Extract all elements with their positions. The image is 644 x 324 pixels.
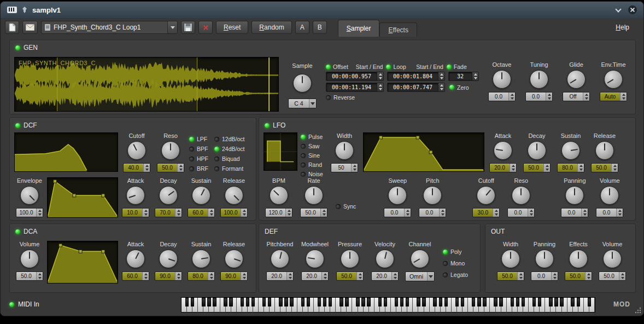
piano-key-black[interactable] bbox=[307, 298, 310, 306]
led-item-noise[interactable]: Noise bbox=[301, 171, 326, 177]
piano-key-black[interactable] bbox=[516, 298, 519, 306]
offset-end-field[interactable]: 00:00:11.194 bbox=[326, 83, 384, 92]
spin-arrows[interactable] bbox=[356, 272, 363, 280]
pitchbend-knob[interactable] bbox=[271, 250, 289, 268]
spin-up-icon[interactable] bbox=[143, 272, 149, 276]
swap-b-button[interactable]: B bbox=[313, 21, 327, 34]
pitchbend-value[interactable]: 20.0 bbox=[266, 271, 294, 281]
reso-value[interactable]: 50.0 bbox=[157, 163, 184, 172]
cutoff-value[interactable]: 40.0 bbox=[123, 163, 150, 172]
attack-knob[interactable] bbox=[126, 250, 145, 268]
attack-knob[interactable] bbox=[494, 141, 512, 160]
spin-down-icon[interactable] bbox=[392, 276, 398, 281]
rand-led[interactable] bbox=[301, 163, 306, 167]
spin-down-icon[interactable] bbox=[586, 276, 592, 281]
volume-value[interactable]: 50.0 bbox=[16, 271, 43, 281]
titlebar[interactable]: samplv1 bbox=[1, 2, 643, 18]
spin-up-icon[interactable] bbox=[175, 209, 182, 213]
decay-knob[interactable] bbox=[159, 186, 178, 205]
env-time-value[interactable]: Auto bbox=[600, 92, 627, 101]
spin-up-icon[interactable] bbox=[438, 72, 444, 77]
reso-knob[interactable] bbox=[512, 186, 530, 205]
spin-arrows[interactable] bbox=[285, 209, 292, 217]
piano-key-black[interactable] bbox=[318, 298, 321, 306]
spin-arrows[interactable] bbox=[143, 164, 150, 172]
effects-value[interactable]: 50.0 bbox=[565, 271, 592, 281]
spin-up-icon[interactable] bbox=[143, 209, 149, 213]
decay-value[interactable]: 90.0 bbox=[155, 271, 182, 281]
octave-value[interactable]: 0.0 bbox=[488, 92, 516, 101]
spin-up-icon[interactable] bbox=[578, 164, 584, 168]
piano-key-black[interactable] bbox=[511, 298, 514, 306]
tuning-value[interactable]: 0.0 bbox=[525, 92, 553, 101]
hpf-led[interactable] bbox=[189, 157, 194, 161]
spin-down-icon[interactable] bbox=[620, 97, 627, 101]
spin-up-icon[interactable] bbox=[546, 92, 552, 97]
spin-arrows[interactable] bbox=[616, 209, 623, 217]
spin-up-icon[interactable] bbox=[208, 272, 214, 276]
led-item-rand[interactable]: Rand bbox=[301, 161, 326, 168]
spin-arrows[interactable] bbox=[493, 209, 499, 217]
piano-key-black[interactable] bbox=[477, 298, 481, 306]
led-item-24db-oct[interactable]: 24dB/oct bbox=[214, 146, 244, 152]
spin-down-icon[interactable] bbox=[143, 276, 149, 281]
led-item-12db-oct[interactable]: 12dB/oct bbox=[214, 136, 244, 142]
random-button[interactable]: Random bbox=[251, 21, 291, 34]
piano-key-black[interactable] bbox=[395, 298, 398, 306]
volume-knob[interactable] bbox=[603, 250, 622, 268]
led-item-brf[interactable]: BRF bbox=[189, 165, 211, 172]
spin-up-icon[interactable] bbox=[518, 272, 524, 276]
piano-key-black[interactable] bbox=[329, 298, 332, 306]
spin-arrows[interactable] bbox=[439, 209, 446, 217]
led-item-zero[interactable]: Zero bbox=[449, 84, 477, 91]
spin-arrows[interactable] bbox=[510, 164, 516, 172]
spin-down-icon[interactable] bbox=[405, 213, 411, 217]
piano-key-black[interactable] bbox=[549, 298, 552, 306]
combo-arrow-icon[interactable] bbox=[309, 99, 316, 108]
spin-down-icon[interactable] bbox=[287, 276, 293, 281]
tuning-knob[interactable] bbox=[530, 70, 548, 89]
piano-key-black[interactable] bbox=[400, 298, 403, 306]
spin-up-icon[interactable] bbox=[493, 209, 499, 213]
piano-key-black[interactable] bbox=[444, 298, 448, 306]
spin-arrows[interactable] bbox=[551, 272, 558, 280]
spin-arrows[interactable] bbox=[611, 164, 618, 172]
spin-arrows[interactable] bbox=[438, 83, 444, 91]
width-knob[interactable] bbox=[335, 141, 354, 160]
close-icon[interactable] bbox=[628, 5, 637, 14]
spin-down-icon[interactable] bbox=[583, 97, 589, 101]
spin-arrows[interactable] bbox=[585, 272, 592, 280]
spin-arrows[interactable] bbox=[241, 209, 247, 217]
glide-knob[interactable] bbox=[567, 70, 586, 89]
spin-arrows[interactable] bbox=[508, 92, 515, 101]
spin-down-icon[interactable] bbox=[175, 276, 182, 281]
preset-dropdown-arrow[interactable] bbox=[167, 21, 177, 33]
piano-key-black[interactable] bbox=[422, 298, 425, 306]
led-item-lpf[interactable]: LPF bbox=[189, 136, 211, 142]
spin-arrows[interactable] bbox=[320, 209, 327, 217]
spin-down-icon[interactable] bbox=[472, 77, 478, 81]
spin-arrows[interactable] bbox=[177, 164, 184, 172]
spin-arrows[interactable] bbox=[543, 164, 550, 172]
modwheel-knob[interactable] bbox=[306, 250, 324, 268]
sustain-value[interactable]: 80.0 bbox=[557, 163, 584, 172]
new-preset-button[interactable] bbox=[5, 21, 19, 34]
loop-led[interactable] bbox=[386, 65, 391, 70]
glide-value[interactable]: Off bbox=[563, 92, 590, 101]
width-value[interactable]: 50.0 bbox=[497, 271, 524, 281]
bpm-value[interactable]: 120.0 bbox=[265, 208, 292, 217]
spin-down-icon[interactable] bbox=[578, 168, 584, 172]
resize-grip[interactable] bbox=[635, 307, 641, 314]
gen-active-led[interactable] bbox=[15, 45, 20, 50]
piano-key-black[interactable] bbox=[301, 298, 305, 306]
cutoff-value[interactable]: 30.0 bbox=[472, 208, 500, 217]
spin-down-icon[interactable] bbox=[357, 276, 363, 281]
spin-up-icon[interactable] bbox=[440, 209, 446, 213]
lfo-shape-display[interactable] bbox=[264, 132, 297, 171]
decay-knob[interactable] bbox=[528, 141, 546, 160]
piano-key-black[interactable] bbox=[499, 298, 502, 306]
velocity-value[interactable]: 20.0 bbox=[371, 271, 399, 281]
piano-key-black[interactable] bbox=[406, 298, 409, 306]
zero-led[interactable] bbox=[449, 85, 454, 90]
cutoff-knob[interactable] bbox=[127, 141, 146, 160]
